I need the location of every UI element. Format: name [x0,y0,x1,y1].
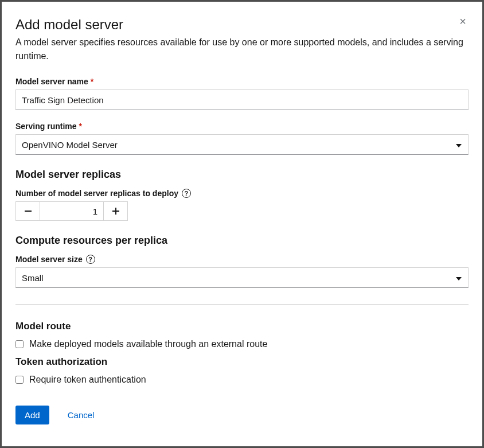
replicas-stepper [15,201,128,221]
server-size-label: Model server size [15,255,83,264]
add-model-server-modal: Add model server × A model server specif… [2,2,482,446]
server-name-group: Model server name* [15,77,469,110]
server-size-select[interactable]: Small [15,267,469,288]
modal-title: Add model server [15,15,123,33]
serving-runtime-group: Serving runtime* OpenVINO Model Server [15,122,469,155]
replicas-label-row: Number of model server replicas to deplo… [15,189,469,198]
stepper-plus-button[interactable] [103,202,127,220]
replicas-input[interactable] [40,202,103,220]
close-button[interactable]: × [457,15,469,27]
server-size-group: Model server size ? Small [15,255,469,288]
stepper-minus-button[interactable] [16,202,40,220]
compute-section-title: Compute resources per replica [15,235,469,247]
replicas-group: Number of model server replicas to deplo… [15,189,469,221]
server-name-input[interactable] [15,89,469,110]
external-route-label[interactable]: Make deployed models available through a… [29,339,267,349]
close-icon: × [459,15,466,28]
token-auth-label[interactable]: Require token authentication [29,375,146,385]
server-name-label: Model server name* [15,77,469,86]
modal-footer: Add Cancel [15,406,469,424]
help-icon[interactable]: ? [182,189,191,198]
cancel-button[interactable]: Cancel [58,406,104,424]
plus-icon [112,208,119,215]
help-icon[interactable]: ? [86,255,95,264]
add-button[interactable]: Add [15,406,49,424]
replicas-label: Number of model server replicas to deplo… [15,189,178,198]
section-divider [15,304,469,305]
required-indicator: * [79,122,82,131]
server-size-select-wrapper: Small [15,267,469,288]
replicas-section-title: Model server replicas [15,169,469,181]
token-auth-checkbox[interactable] [15,376,24,384]
svg-rect-0 [25,211,32,212]
required-indicator: * [91,77,93,86]
external-route-checkbox[interactable] [15,340,24,348]
token-section-title: Token authorization [15,356,469,368]
modal-header: Add model server × [15,15,469,33]
modal-description: A model server specifies resources avail… [15,36,469,63]
server-size-label-row: Model server size ? [15,255,469,264]
serving-runtime-select-wrapper: OpenVINO Model Server [15,134,469,155]
minus-icon [25,211,32,212]
serving-runtime-label: Serving runtime* [15,122,469,131]
external-route-row: Make deployed models available through a… [15,339,469,349]
svg-rect-2 [112,211,119,212]
serving-runtime-select[interactable]: OpenVINO Model Server [15,134,469,155]
token-auth-row: Require token authentication [15,375,469,385]
route-section-title: Model route [15,321,469,332]
